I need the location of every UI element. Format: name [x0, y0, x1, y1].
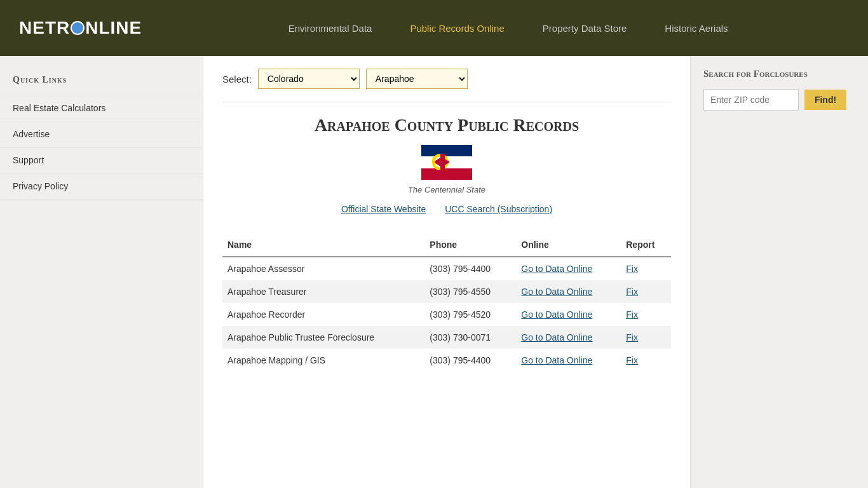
fix-link[interactable]: Fix — [626, 264, 666, 274]
go-to-data-online-link[interactable]: Go to Data Online — [521, 332, 616, 342]
nav-item-property-data-store[interactable]: Property Data Store — [524, 17, 646, 40]
sidebar-link-real-estate-calculators[interactable]: Real Estate Calculators — [0, 95, 203, 121]
sidebar-link-advertise[interactable]: Advertise — [0, 121, 203, 147]
ucc-search-link[interactable]: UCC Search (Subscription) — [445, 204, 552, 214]
table-body: Arapahoe Assessor(303) 795-4400Go to Dat… — [222, 257, 671, 372]
right-sidebar: Search for Forclosures Find! — [690, 56, 868, 488]
table-header-row: Name Phone Online Report — [222, 233, 671, 257]
cell-online: Go to Data Online — [516, 257, 621, 280]
quick-links-title: Quick Links — [0, 69, 203, 95]
col-report: Report — [621, 233, 671, 257]
official-state-website-link[interactable]: Official State Website — [341, 204, 426, 214]
cell-phone: (303) 795-4400 — [424, 257, 516, 280]
table-row: Arapahoe Treasurer(303) 795-4550Go to Da… — [222, 280, 671, 303]
cell-phone: (303) 730-0071 — [424, 326, 516, 349]
col-name: Name — [222, 233, 424, 257]
cell-phone: (303) 795-4520 — [424, 303, 516, 326]
go-to-data-online-link[interactable]: Go to Data Online — [521, 355, 616, 365]
cell-name: Arapahoe Treasurer — [222, 280, 424, 303]
cell-name: Arapahoe Assessor — [222, 257, 424, 280]
fix-link[interactable]: Fix — [626, 309, 666, 320]
table-row: Arapahoe Mapping / GIS(303) 795-4400Go t… — [222, 349, 671, 372]
cell-report: Fix — [621, 349, 671, 372]
zip-input[interactable] — [703, 89, 799, 111]
records-table: Name Phone Online Report Arapahoe Assess… — [222, 233, 671, 372]
foreclosure-search: Find! — [703, 89, 855, 111]
main-content: Quick Links Real Estate CalculatorsAdver… — [0, 56, 868, 488]
table-row: Arapahoe Public Trustee Foreclosure(303)… — [222, 326, 671, 349]
nav-item-public-records-online[interactable]: Public Records Online — [391, 17, 523, 40]
nav-item-historic-aerials[interactable]: Historic Aerials — [646, 17, 747, 40]
county-title: Arapahoe County Public Records — [222, 115, 671, 135]
go-to-data-online-link[interactable]: Go to Data Online — [521, 309, 616, 320]
sidebar-link-support[interactable]: Support — [0, 147, 203, 173]
cell-name: Arapahoe Public Trustee Foreclosure — [222, 326, 424, 349]
cell-report: Fix — [621, 326, 671, 349]
col-online: Online — [516, 233, 621, 257]
go-to-data-online-link[interactable]: Go to Data Online — [521, 264, 616, 274]
logo-text: NETRNLINE — [19, 18, 142, 37]
cell-report: Fix — [621, 303, 671, 326]
state-links: Official State Website UCC Search (Subsc… — [222, 204, 671, 214]
foreclosure-title: Search for Forclosures — [703, 69, 855, 79]
svg-rect-8 — [440, 154, 445, 170]
cell-phone: (303) 795-4400 — [424, 349, 516, 372]
center-content: Select: Colorado Arapahoe Arapahoe Count… — [203, 56, 690, 488]
state-name: The Centennial State — [222, 185, 671, 194]
fix-link[interactable]: Fix — [626, 355, 666, 365]
svg-rect-0 — [421, 145, 472, 156]
select-label: Select: — [222, 74, 252, 85]
select-row: Select: Colorado Arapahoe — [222, 69, 671, 102]
cell-online: Go to Data Online — [516, 349, 621, 372]
cell-report: Fix — [621, 257, 671, 280]
left-sidebar: Quick Links Real Estate CalculatorsAdver… — [0, 56, 203, 488]
cell-online: Go to Data Online — [516, 280, 621, 303]
county-header: Arapahoe County Public Records — [222, 115, 671, 214]
table-row: Arapahoe Assessor(303) 795-4400Go to Dat… — [222, 257, 671, 280]
cell-phone: (303) 795-4550 — [424, 280, 516, 303]
cell-name: Arapahoe Recorder — [222, 303, 424, 326]
header: NETRNLINE Environmental DataPublic Recor… — [0, 0, 868, 56]
cell-online: Go to Data Online — [516, 303, 621, 326]
nav-item-environmental-data[interactable]: Environmental Data — [269, 17, 391, 40]
fix-link[interactable]: Fix — [626, 287, 666, 297]
go-to-data-online-link[interactable]: Go to Data Online — [521, 287, 616, 297]
main-nav: Environmental DataPublic Records OnlineP… — [167, 17, 849, 40]
state-select[interactable]: Colorado — [258, 69, 360, 89]
cell-report: Fix — [621, 280, 671, 303]
globe-icon — [71, 21, 85, 35]
fix-link[interactable]: Fix — [626, 332, 666, 342]
find-button[interactable]: Find! — [804, 90, 846, 110]
sidebar-link-privacy-policy[interactable]: Privacy Policy — [0, 173, 203, 200]
cell-name: Arapahoe Mapping / GIS — [222, 349, 424, 372]
cell-online: Go to Data Online — [516, 326, 621, 349]
table-row: Arapahoe Recorder(303) 795-4520Go to Dat… — [222, 303, 671, 326]
state-flag — [421, 145, 472, 180]
col-phone: Phone — [424, 233, 516, 257]
svg-rect-2 — [421, 168, 472, 180]
county-select[interactable]: Arapahoe — [366, 69, 468, 89]
logo-area: NETRNLINE — [19, 18, 142, 38]
